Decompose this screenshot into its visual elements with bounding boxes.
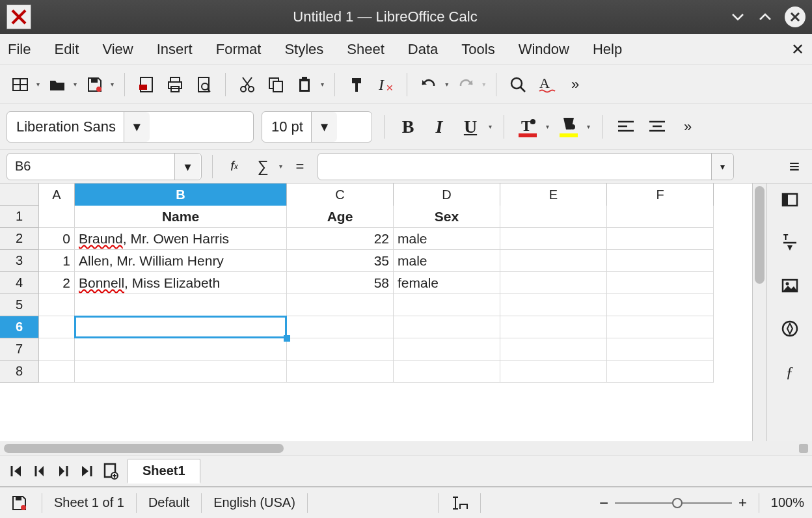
- chevron-down-icon[interactable]: ▾: [711, 154, 733, 180]
- cell-C8[interactable]: [287, 361, 394, 383]
- save-status-icon[interactable]: [8, 492, 30, 514]
- menu-tools[interactable]: Tools: [461, 41, 494, 58]
- cell-C5[interactable]: [287, 294, 394, 316]
- navigator-panel-icon[interactable]: [779, 318, 801, 340]
- cell-B2[interactable]: Braund, Mr. Owen Harris: [75, 228, 287, 250]
- zoom-slider[interactable]: − +: [599, 494, 747, 512]
- cell-A4[interactable]: 2: [39, 272, 75, 294]
- print-preview-icon[interactable]: [193, 74, 215, 96]
- spellcheck-icon[interactable]: A: [535, 74, 558, 96]
- zoom-out-icon[interactable]: −: [599, 494, 608, 512]
- toolbar-overflow-icon[interactable]: »: [677, 116, 699, 138]
- cell-D1[interactable]: Sex: [394, 206, 500, 228]
- find-replace-icon[interactable]: [507, 74, 529, 96]
- italic-icon[interactable]: I: [427, 114, 451, 140]
- align-center-icon[interactable]: [645, 114, 669, 140]
- col-header-E[interactable]: E: [500, 184, 607, 206]
- cell-E1[interactable]: [500, 206, 607, 228]
- cell-C6[interactable]: [287, 316, 394, 338]
- cell-A2[interactable]: 0: [39, 228, 75, 250]
- chevron-down-icon[interactable]: ▾: [311, 112, 337, 142]
- highlight-color-icon[interactable]: [557, 114, 580, 140]
- redo-dropdown[interactable]: ▾: [482, 81, 485, 88]
- highlight-color-dropdown[interactable]: ▾: [587, 123, 590, 130]
- clone-formatting-icon[interactable]: [345, 74, 368, 96]
- cell-A8[interactable]: [39, 361, 75, 383]
- font-color-dropdown[interactable]: ▾: [546, 123, 549, 130]
- chevron-down-icon[interactable]: ▾: [124, 112, 150, 142]
- cell-F7[interactable]: [607, 338, 714, 361]
- vertical-scrollbar[interactable]: [752, 184, 766, 441]
- row-header-1[interactable]: 1: [0, 206, 38, 228]
- cell-A1[interactable]: [39, 206, 75, 228]
- last-sheet-icon[interactable]: [79, 464, 94, 478]
- paste-icon[interactable]: [293, 74, 316, 96]
- function-wizard-icon[interactable]: fx: [223, 156, 245, 178]
- menu-styles[interactable]: Styles: [284, 41, 323, 58]
- formula-equals-icon[interactable]: =: [289, 156, 311, 178]
- horizontal-scrollbar[interactable]: [0, 441, 812, 456]
- cell-E3[interactable]: [500, 250, 607, 272]
- properties-panel-icon[interactable]: [779, 189, 801, 211]
- window-close-icon[interactable]: [785, 7, 805, 27]
- menu-edit[interactable]: Edit: [54, 41, 79, 58]
- new-doc-icon[interactable]: [9, 74, 31, 96]
- cell-E5[interactable]: [500, 294, 607, 316]
- gallery-panel-icon[interactable]: [779, 275, 801, 297]
- cell-A6[interactable]: [39, 316, 75, 338]
- cell-C4[interactable]: 58: [287, 272, 394, 294]
- cell-E6[interactable]: [500, 316, 607, 338]
- zoom-in-icon[interactable]: +: [738, 495, 747, 511]
- cell-reference-input[interactable]: B6 ▾: [7, 153, 202, 180]
- row-header-2[interactable]: 2: [0, 228, 38, 250]
- insert-mode-icon[interactable]: [450, 495, 468, 511]
- menu-sheet[interactable]: Sheet: [347, 41, 385, 58]
- cell-D3[interactable]: male: [394, 250, 500, 272]
- undo-icon[interactable]: [418, 74, 440, 96]
- row-header-8[interactable]: 8: [0, 361, 38, 383]
- underline-dropdown[interactable]: ▾: [489, 123, 492, 130]
- save-icon[interactable]: [83, 74, 105, 96]
- cell-F5[interactable]: [607, 294, 714, 316]
- cell-D5[interactable]: [394, 294, 500, 316]
- font-size-combo[interactable]: 10 pt ▾: [262, 111, 372, 143]
- cell-B4[interactable]: Bonnell, Miss Elizabeth: [75, 272, 287, 294]
- scrollbar-thumb[interactable]: [4, 444, 284, 453]
- font-color-icon[interactable]: T: [516, 114, 539, 140]
- export-pdf-icon[interactable]: [135, 74, 157, 96]
- cell-C1[interactable]: Age: [287, 206, 394, 228]
- cell-B8[interactable]: [75, 361, 287, 383]
- undo-dropdown[interactable]: ▾: [445, 81, 448, 88]
- cell-F8[interactable]: [607, 361, 714, 383]
- cell-E4[interactable]: [500, 272, 607, 294]
- prev-sheet-icon[interactable]: [33, 464, 47, 478]
- zoom-percent-label[interactable]: 100%: [771, 495, 804, 510]
- sidebar-toggle-icon[interactable]: ≡: [783, 156, 805, 178]
- menu-window[interactable]: Window: [519, 41, 569, 58]
- row-header-5[interactable]: 5: [0, 294, 38, 316]
- spreadsheet-grid[interactable]: A B C D E F 1 2 3 4 5 6 7 8: [0, 184, 766, 441]
- cell-C2[interactable]: 22: [287, 228, 394, 250]
- select-all-corner[interactable]: [0, 184, 39, 206]
- copy-icon[interactable]: [265, 74, 287, 96]
- font-name-combo[interactable]: Liberation Sans ▾: [7, 111, 254, 143]
- menu-file[interactable]: File: [8, 41, 31, 58]
- menu-format[interactable]: Format: [216, 41, 262, 58]
- formula-input[interactable]: ▾: [318, 153, 734, 180]
- col-header-B[interactable]: B: [75, 184, 287, 206]
- cell-B3[interactable]: Allen, Mr. William Henry: [75, 250, 287, 272]
- sum-dropdown[interactable]: ▾: [279, 163, 282, 170]
- cell-F2[interactable]: [607, 228, 714, 250]
- bold-icon[interactable]: B: [396, 114, 420, 140]
- toolbar-overflow-icon[interactable]: »: [564, 74, 586, 96]
- cell-F1[interactable]: [607, 206, 714, 228]
- cell-B5[interactable]: [75, 294, 287, 316]
- first-sheet-icon[interactable]: [9, 464, 23, 478]
- cells-area[interactable]: Name Age Sex 0 Braund, Mr. Owen Harris 2…: [39, 206, 714, 383]
- clear-formatting-icon[interactable]: I✕: [374, 74, 396, 96]
- sum-icon[interactable]: ∑: [252, 156, 274, 178]
- col-header-A[interactable]: A: [39, 184, 75, 206]
- cell-D8[interactable]: [394, 361, 500, 383]
- cell-A3[interactable]: 1: [39, 250, 75, 272]
- cell-B1[interactable]: Name: [75, 206, 287, 228]
